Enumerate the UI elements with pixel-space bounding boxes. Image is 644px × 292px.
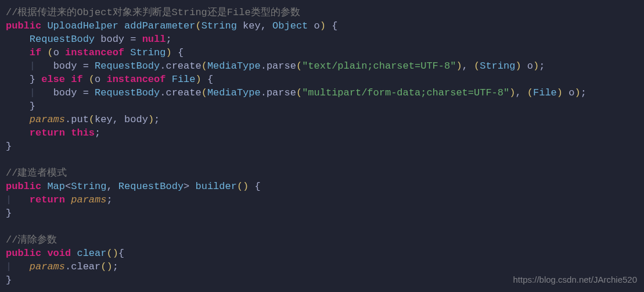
paren: ( (202, 60, 207, 72)
var-key: key (243, 20, 261, 31)
comment-line: //清除参数 (6, 234, 57, 245)
paren: ) (166, 47, 171, 58)
dot: . (65, 114, 71, 125)
type-requestbody: RequestBody (95, 87, 160, 98)
var-body: body (124, 114, 148, 125)
method-addparameter: addParameter (124, 20, 195, 31)
paren: ( (89, 114, 95, 125)
comma: , (106, 181, 112, 192)
keyword-return: return (30, 194, 65, 205)
comma: , (261, 20, 267, 31)
paren: ) (456, 60, 462, 72)
brace: { (178, 47, 184, 58)
dot: . (261, 87, 267, 98)
semi: ; (95, 127, 100, 138)
keyword-public: public (6, 248, 41, 259)
keyword-return: return (30, 127, 65, 138)
brace: } (30, 101, 35, 112)
comma: , (515, 87, 521, 98)
type-mediatype: MediaType (207, 60, 261, 72)
method-parse: parse (267, 87, 296, 98)
brace: { (255, 181, 261, 192)
brace: { (332, 20, 337, 31)
paren: () (237, 181, 249, 192)
watermark: https://blog.csdn.net/JArchie520 (513, 273, 637, 286)
keyword-public: public (6, 181, 41, 192)
keyword-public: public (6, 20, 41, 31)
keyword-instanceof: instanceof (65, 47, 124, 58)
field-params: params (30, 114, 65, 125)
brace: } (30, 74, 35, 85)
keyword-instanceof: instanceof (106, 74, 166, 85)
method-parse: parse (267, 60, 296, 72)
semi: ; (539, 60, 545, 72)
paren: () (106, 248, 118, 259)
method-clear: clear (77, 248, 106, 259)
semi: ; (166, 34, 171, 45)
paren: ( (89, 74, 95, 85)
semi: ; (113, 261, 118, 272)
paren: ( (296, 87, 302, 98)
var-body: body (53, 87, 77, 98)
type-string: String (130, 47, 166, 58)
keyword-if: if (30, 47, 41, 58)
var-body: body (53, 60, 77, 72)
type-map: Map (47, 181, 65, 192)
type-string: String (480, 60, 515, 72)
var-o: o (53, 47, 59, 58)
var-body: body (100, 34, 124, 45)
comma: , (462, 60, 468, 72)
string-multipart: "multipart/form-data;charset=UTF-8" (302, 87, 509, 98)
paren: ( (47, 47, 53, 58)
equals: = (130, 34, 136, 45)
code-block: //根据传进来的Object对象来判断是String还是File类型的参数 pu… (0, 0, 644, 292)
paren: () (100, 261, 112, 272)
type-string: String (202, 20, 237, 31)
paren: ) (574, 87, 580, 98)
keyword-if: if (71, 74, 82, 85)
method-builder: builder (195, 181, 236, 192)
keyword-this: this (71, 127, 95, 138)
paren: ) (320, 20, 326, 31)
type-mediatype: MediaType (207, 87, 261, 98)
paren: ) (533, 60, 539, 72)
paren: ( (527, 87, 533, 98)
type-file: File (533, 87, 557, 98)
semi: ; (106, 194, 112, 205)
field-params: params (71, 194, 106, 205)
method-create: create (166, 87, 201, 98)
paren: ) (196, 74, 202, 85)
type-file: File (172, 74, 196, 85)
method-create: create (166, 60, 201, 72)
semi: ; (154, 114, 160, 125)
string-textplain: "text/plain;charset=UTF-8" (302, 60, 456, 72)
brace: } (6, 141, 12, 152)
var-o: o (527, 60, 533, 72)
paren: ( (202, 87, 207, 98)
indent-guide: | (30, 87, 35, 98)
paren: ) (515, 60, 521, 72)
type-object: Object (272, 20, 308, 31)
paren: ) (148, 114, 154, 125)
var-o: o (95, 74, 100, 85)
dot: . (261, 60, 267, 72)
paren: ) (509, 87, 515, 98)
paren: ( (474, 60, 480, 72)
comment-line: //建造者模式 (6, 168, 67, 179)
equals: = (83, 60, 89, 72)
brace: { (118, 248, 124, 259)
type-requestbody: RequestBody (95, 60, 160, 72)
var-o: o (569, 87, 574, 98)
semi: ; (581, 87, 587, 98)
paren: ( (296, 60, 302, 72)
keyword-else: else (41, 74, 65, 85)
var-key: key (95, 114, 113, 125)
dot: . (65, 261, 71, 272)
type-requestbody: RequestBody (118, 181, 184, 192)
keyword-null: null (142, 34, 166, 45)
paren: ( (195, 20, 201, 31)
indent-guide: | (6, 194, 12, 205)
paren: ) (557, 87, 563, 98)
var-o: o (314, 20, 320, 31)
brace: } (6, 208, 12, 219)
